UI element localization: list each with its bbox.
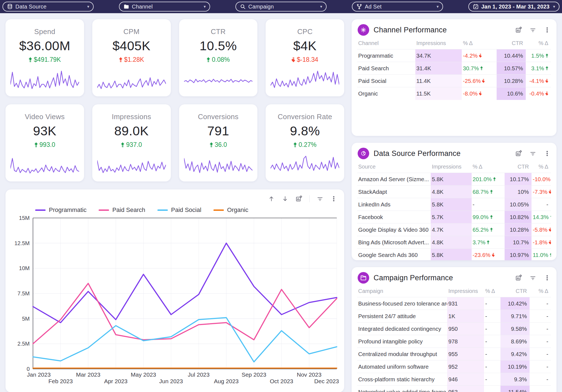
chart-legend: ProgrammaticPaid SearchPaid SocialOrgani…: [35, 206, 339, 214]
table-row[interactable]: Amazon Ad Server (Sizme...5.8K201.0%10.1…: [357, 173, 551, 186]
cell-name: Automated uniform software: [357, 360, 447, 373]
table-row[interactable]: Business-focused zero tolerance arch...9…: [357, 297, 551, 310]
cell-name: Bing Ads (Microsoft Advert...: [357, 236, 431, 249]
cell-impressions-delta: -: [484, 386, 500, 392]
filter-icon[interactable]: [530, 150, 536, 157]
kpi-grid: Spend$36.00M$491.79KCPM$405K$1.28KCTR10.…: [5, 19, 344, 181]
cell-name: Google Display & Video 360: [357, 223, 431, 236]
cell-name: Profound intangible policy: [357, 335, 447, 348]
kpi-delta: 0.27%: [293, 141, 316, 149]
cell-ctr-delta: 1.5%: [526, 49, 551, 62]
cell-ctr: 10.57%: [497, 62, 526, 75]
chart-settings-icon[interactable]: [515, 150, 522, 157]
kpi-sparkline: [266, 68, 344, 96]
table-row[interactable]: LinkedIn Ads5.8K-10.05%-: [357, 198, 551, 211]
kpi-delta: $491.79K: [29, 56, 61, 63]
filter-dropdown-channel[interactable]: Channel▾: [119, 2, 210, 12]
filter-label-channel: Channel: [132, 4, 201, 10]
kebab-menu-icon[interactable]: [544, 27, 550, 33]
legend-swatch: [157, 209, 168, 211]
kebab-menu-icon[interactable]: [544, 275, 550, 281]
svg-text:2.5M: 2.5M: [18, 341, 30, 347]
cell-impressions: 4.7K: [431, 223, 471, 236]
table-row[interactable]: Paid Social11.4K-25.6%10.28%-4.1%: [357, 75, 551, 87]
table-row[interactable]: Persistent 24/7 attitude1K-9.71%-: [357, 310, 551, 323]
cell-ctr: 9.3%: [500, 373, 530, 386]
cell-impressions-delta: -: [472, 198, 505, 211]
column-header: % Δ: [472, 162, 505, 173]
cell-impressions: 978: [447, 335, 484, 348]
cell-impressions: 1K: [447, 310, 484, 323]
table-row[interactable]: StackAdapt4.8K68.7%10%-7.3%: [357, 186, 551, 198]
kpi-card-video-views: Video Views93K993.0: [5, 104, 84, 181]
table-row[interactable]: Networked value-added time-frame953-11.5…: [357, 386, 551, 392]
cell-ctr-delta: -4.1%: [526, 75, 551, 87]
cell-name: Integrated dedicated contingency: [357, 323, 447, 335]
kebab-menu-icon[interactable]: [544, 150, 550, 157]
column-header: % Δ: [484, 286, 500, 297]
kpi-title: CPC: [297, 27, 313, 36]
chart-settings-icon[interactable]: [515, 27, 522, 33]
legend-item-programmatic[interactable]: Programmatic: [35, 206, 87, 214]
table-row[interactable]: Facebook5.7K99.0%10.82%14.3%: [357, 211, 551, 223]
cell-name: Centralized modular throughput: [357, 348, 447, 360]
column-header: Impressions: [431, 162, 471, 173]
kpi-title: Conversion Rate: [278, 113, 332, 121]
cell-ctr: 10.44%: [497, 49, 526, 62]
table-row[interactable]: Programmatic34.7K-4.2%10.44%1.5%: [357, 49, 551, 62]
cell-impressions: 5.7K: [431, 211, 471, 223]
table-row[interactable]: Google Search Ads 3605.8K-23.6%10.97%11.…: [357, 249, 551, 261]
table-row[interactable]: Google Display & Video 3604.7K65.2%10.28…: [357, 223, 551, 236]
table-row[interactable]: Organic11.5K-8.0%10.6%-0.4%: [357, 87, 551, 100]
cell-ctr-delta: -: [530, 335, 551, 348]
kpi-sparkline: [92, 68, 171, 96]
chart-settings-icon[interactable]: [515, 275, 522, 281]
table-card-channel-performance: Channel PerformanceChannelImpressions% Δ…: [352, 19, 557, 136]
chevron-down-icon: ▾: [320, 4, 322, 9]
chart-settings-icon[interactable]: [296, 195, 302, 202]
cell-impressions-delta: 3.7%: [472, 236, 505, 249]
kpi-sparkline: [266, 153, 344, 181]
table-row[interactable]: Integrated dedicated contingency950-9.58…: [357, 323, 551, 335]
cell-name: Paid Social: [357, 75, 415, 87]
svg-text:15M: 15M: [19, 215, 30, 221]
cell-impressions-delta: -: [484, 348, 500, 360]
filter-dropdown-campaign[interactable]: Campaign▾: [235, 2, 327, 12]
arrow-down-icon[interactable]: [282, 195, 288, 202]
folder-icon: [123, 4, 129, 10]
date-range-picker[interactable]: Jan 1, 2023 - Mar 31, 2023▾: [468, 2, 560, 12]
table-row[interactable]: Profound intangible policy978-8.69%-: [357, 335, 551, 348]
legend-item-paid-social[interactable]: Paid Social: [157, 206, 201, 214]
table-row[interactable]: Cross-platform static hierarchy946-9.3%-: [357, 373, 551, 386]
cell-name: Cross-platform static hierarchy: [357, 373, 447, 386]
filter-icon[interactable]: [317, 195, 323, 202]
kpi-card-ctr: CTR10.5%0.08%: [179, 19, 258, 96]
kpi-sparkline: [179, 68, 258, 96]
table-row[interactable]: Automated uniform software952-10.19%-: [357, 360, 551, 373]
table-row[interactable]: Paid Search31.4K30.7%10.57%3.1%: [357, 62, 551, 75]
kebab-menu-icon[interactable]: [330, 195, 337, 202]
legend-item-paid-search[interactable]: Paid Search: [99, 206, 145, 214]
network-icon: [358, 24, 369, 36]
filter-label-campaign: Campaign: [248, 4, 318, 10]
cell-impressions-delta: -: [484, 310, 500, 323]
filter-icon[interactable]: [530, 275, 536, 281]
table-row[interactable]: Bing Ads (Microsoft Advert...4.8K3.7%10.…: [357, 236, 551, 249]
legend-item-organic[interactable]: Organic: [213, 206, 248, 214]
table-row[interactable]: Centralized modular throughput955-9.42%-: [357, 348, 551, 360]
filter-icon[interactable]: [530, 27, 536, 33]
filter-dropdown-data-source[interactable]: Data Source▾: [2, 2, 94, 12]
table-header-row: SourceImpressions% ΔCTR% Δ: [357, 162, 551, 173]
cell-ctr-delta: -: [530, 373, 551, 386]
filter-label-ad-set: Ad Set: [365, 4, 434, 10]
kpi-title: CPM: [123, 27, 140, 36]
cell-impressions: 11.5K: [415, 87, 462, 100]
calendar-icon: [473, 4, 479, 10]
cell-impressions-delta: -4.2%: [462, 49, 497, 62]
cell-ctr: 10.7%: [505, 236, 532, 249]
svg-text:Feb 2023: Feb 2023: [48, 378, 73, 384]
filter-dropdown-ad-set[interactable]: Ad Set▾: [352, 2, 443, 12]
kpi-delta: $1.28K: [119, 56, 144, 63]
arrow-up-icon[interactable]: [268, 195, 275, 202]
legend-swatch: [99, 209, 109, 211]
